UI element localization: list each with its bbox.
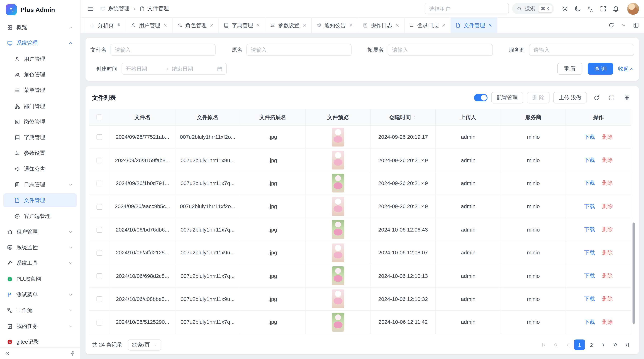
file-preview-image[interactable] [332,243,344,262]
dark-mode-icon[interactable] [572,3,583,14]
pin-sidebar-icon[interactable] [70,351,76,356]
page-size-select[interactable]: 20条/页 [128,339,161,351]
collapse-filters-link[interactable]: 收起 [618,65,634,72]
file-preview-image[interactable] [332,290,344,309]
sidebar-item[interactable]: 通知公告 [3,162,77,176]
close-icon[interactable] [349,23,353,27]
delete-link[interactable]: 删除 [602,249,613,256]
download-link[interactable]: 下载 [584,295,595,303]
sidebar-item[interactable]: 字典管理 [3,130,77,145]
column-header[interactable]: 创建时间 [370,109,436,125]
delete-link[interactable]: 删除 [602,272,613,280]
sidebar-item[interactable]: 文件管理 [3,193,77,208]
upload-button[interactable]: 上传 没做 [553,92,587,103]
download-link[interactable]: 下载 [584,319,595,326]
page-number[interactable]: 1 [574,340,585,350]
delete-button[interactable]: 删 除 [527,92,550,103]
hamburger-menu-icon[interactable] [84,3,96,14]
config-button[interactable]: 配置管理 [491,92,523,103]
download-link[interactable]: 下载 [584,133,595,140]
delete-link[interactable]: 删除 [602,203,613,210]
row-checkbox[interactable] [96,320,102,325]
download-link[interactable]: 下载 [584,156,595,164]
file-preview-image[interactable] [332,127,344,146]
sidebar-item[interactable]: 系统工具 [3,256,77,270]
user-avatar[interactable] [627,3,639,15]
sidebar-item[interactable]: 用户管理 [3,52,77,66]
row-checkbox[interactable] [96,273,102,279]
tab[interactable]: 参数设置 [265,18,312,33]
delete-link[interactable]: 删除 [602,226,613,233]
file-preview-image[interactable] [332,266,344,285]
app-logo[interactable]: Plus Admin [0,0,80,19]
select-all-checkbox[interactable] [96,115,102,120]
download-link[interactable]: 下载 [584,272,595,280]
file-preview-image[interactable] [332,174,344,193]
sort-icon[interactable] [412,114,417,120]
row-checkbox[interactable] [96,181,102,186]
row-checkbox[interactable] [96,157,102,163]
breadcrumb-item-current[interactable]: 文件管理 [140,5,169,12]
last-page-icon[interactable] [622,340,632,350]
filter-input[interactable] [246,44,352,56]
row-checkbox[interactable] [96,204,102,210]
layout-icon[interactable] [630,19,642,31]
tab[interactable]: 用户管理 [126,18,172,33]
tab[interactable]: 操作日志 [358,18,404,33]
file-preview-image[interactable] [332,151,344,170]
settings-icon[interactable] [559,3,570,14]
close-icon[interactable] [163,23,168,27]
delete-link[interactable]: 删除 [602,295,613,303]
prev-group-icon[interactable] [550,340,561,350]
date-range-picker[interactable] [122,63,227,75]
column-header[interactable]: 文件名 [110,109,175,125]
tab[interactable]: 通知公告 [312,18,358,33]
sidebar-item[interactable]: 工作流 [3,303,77,318]
filter-input[interactable] [110,44,216,56]
table-fullscreen-icon[interactable] [606,92,617,103]
tab[interactable]: 分析页 [84,18,126,33]
tenant-select[interactable] [424,3,509,14]
sidebar-item[interactable]: 菜单管理 [3,83,77,97]
close-icon[interactable] [210,23,214,27]
sidebar-item[interactable]: 我的任务 [3,319,77,333]
sidebar-item[interactable]: 日志管理 [3,178,77,192]
reset-button[interactable]: 重 置 [557,63,582,75]
next-group-icon[interactable] [610,340,620,350]
tab-options-icon[interactable] [618,19,629,31]
breadcrumb-item[interactable]: 系统管理 [100,5,129,12]
global-search[interactable]: 搜索 ⌘ K [512,3,554,14]
file-preview-image[interactable] [332,313,344,332]
sidebar-item[interactable]: 概览 [3,20,77,35]
sidebar-item[interactable]: 租户管理 [3,225,77,239]
column-header[interactable]: 操作 [566,109,631,125]
close-icon[interactable] [395,23,400,27]
sidebar-item[interactable]: 系统管理 [3,36,77,50]
search-toggle[interactable] [474,94,488,101]
column-header[interactable]: 文件原名 [175,109,240,125]
file-preview-image[interactable] [332,220,344,239]
close-icon[interactable] [488,23,492,27]
close-icon[interactable] [442,23,446,27]
delete-link[interactable]: 删除 [602,319,613,326]
row-checkbox[interactable] [96,134,102,140]
refresh-page-icon[interactable] [605,19,617,31]
close-icon[interactable] [302,23,307,27]
page-number[interactable]: 2 [586,340,597,350]
column-header[interactable]: 文件拓展名 [240,109,305,125]
sidebar-item[interactable]: 参数设置 [3,146,77,160]
collapse-sidebar-icon[interactable] [4,351,10,356]
delete-link[interactable]: 删除 [602,179,613,187]
start-date-input[interactable] [126,66,161,72]
tab[interactable]: 登录日志 [404,18,451,33]
column-header[interactable]: 服务商 [501,109,566,125]
delete-link[interactable]: 删除 [602,133,613,140]
table-scrollbar-thumb[interactable] [632,222,635,324]
sidebar-item[interactable]: 岗位管理 [3,115,77,129]
row-checkbox[interactable] [96,297,102,302]
sidebar-item[interactable]: 角色管理 [3,68,77,82]
end-date-input[interactable] [172,66,207,72]
download-link[interactable]: 下载 [584,203,595,210]
delete-link[interactable]: 删除 [602,156,613,164]
sidebar-item[interactable]: 测试菜单 [3,288,77,302]
